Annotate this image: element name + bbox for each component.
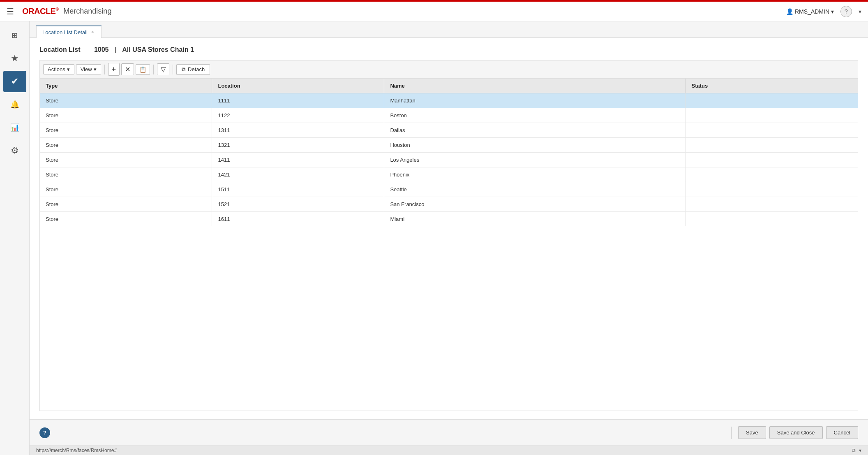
sidebar-item-tasks[interactable]: ✔: [3, 71, 26, 92]
cancel-button[interactable]: Cancel: [826, 426, 858, 439]
detach-button[interactable]: ⧉ Detach: [176, 64, 210, 75]
table-toolbar: Actions ▾ View ▾ + ✕ 📋: [39, 60, 858, 78]
save-label: Save: [746, 429, 758, 436]
copy-icon[interactable]: ⧉: [852, 448, 856, 453]
table-row[interactable]: Store1311Dallas: [40, 123, 858, 138]
delete-button[interactable]: ✕: [121, 63, 134, 75]
user-info[interactable]: 👤 RMS_ADMIN ▾: [786, 8, 834, 15]
tab-close-icon[interactable]: ×: [90, 29, 95, 35]
cell-status-3: [686, 138, 858, 153]
cell-type-7: Store: [40, 197, 212, 212]
cell-type-2: Store: [40, 123, 212, 138]
cell-location-2: 1311: [212, 123, 384, 138]
cell-status-8: [686, 212, 858, 227]
filter-button[interactable]: ▽: [157, 63, 169, 75]
table-header-row: Type Location Name Status: [40, 79, 858, 93]
delete-icon: ✕: [125, 65, 130, 73]
detach-icon: ⧉: [182, 66, 185, 73]
cell-name-6: Seattle: [384, 182, 686, 197]
expand-icon[interactable]: ▾: [859, 448, 861, 453]
add-icon: +: [112, 65, 116, 74]
table-row[interactable]: Store1111Manhattan: [40, 93, 858, 108]
sidebar-item-notifications[interactable]: 🔔: [3, 94, 26, 115]
save-close-label: Save and Close: [777, 429, 815, 436]
status-url: https://merch/Rms/faces/RmsHome#: [36, 448, 117, 453]
cell-status-7: [686, 197, 858, 212]
header-right: 👤 RMS_ADMIN ▾ ? ▾: [786, 6, 861, 17]
list-id: 1005: [94, 46, 109, 53]
col-header-type: Type: [40, 79, 212, 93]
sidebar-item-settings[interactable]: ⚙: [3, 140, 26, 161]
cell-location-8: 1611: [212, 212, 384, 227]
footer-bar: ? Save Save and Close Cancel: [30, 419, 868, 446]
cell-status-6: [686, 182, 858, 197]
cell-location-3: 1321: [212, 138, 384, 153]
cell-type-6: Store: [40, 182, 212, 197]
save-close-button[interactable]: Save and Close: [769, 426, 823, 439]
title-prefix: Location List: [39, 46, 81, 53]
cell-type-3: Store: [40, 138, 212, 153]
actions-chevron-icon: ▾: [67, 66, 70, 72]
toolbar-separator-2: [153, 65, 154, 74]
cell-name-4: Los Angeles: [384, 153, 686, 167]
table-row[interactable]: Store1511Seattle: [40, 182, 858, 197]
sidebar-item-grid[interactable]: ⊞: [3, 25, 26, 46]
list-name: All USA Stores Chain 1: [122, 46, 194, 53]
username: RMS_ADMIN: [795, 8, 829, 15]
cell-location-0: 1111: [212, 93, 384, 108]
cell-location-1: 1122: [212, 108, 384, 123]
toolbar-separator-1: [104, 65, 105, 74]
status-icons: ⧉ ▾: [852, 448, 861, 453]
view-button[interactable]: View ▾: [76, 64, 101, 74]
add-button[interactable]: +: [108, 63, 120, 76]
actions-button[interactable]: Actions ▾: [43, 64, 74, 74]
col-header-name: Name: [384, 79, 686, 93]
sidebar-item-reports[interactable]: 📊: [3, 117, 26, 138]
expand-icon[interactable]: ▾: [859, 8, 861, 15]
tab-bar: Location List Detail ×: [30, 21, 868, 38]
hamburger-icon[interactable]: ☰: [7, 7, 14, 16]
table-row[interactable]: Store1122Boston: [40, 108, 858, 123]
location-list-table: Type Location Name Status Store1111Manha…: [40, 79, 858, 226]
data-table-wrapper: Type Location Name Status Store1111Manha…: [39, 78, 858, 411]
main-layout: ⊞ ★ ✔ 🔔 📊 ⚙ Location List Detail × Locat…: [0, 21, 868, 455]
app-name: Merchandising: [63, 7, 111, 16]
cell-type-0: Store: [40, 93, 212, 108]
cell-name-3: Houston: [384, 138, 686, 153]
cell-status-0: [686, 93, 858, 108]
user-chevron-icon: ▾: [831, 8, 834, 15]
sidebar-item-favorites[interactable]: ★: [3, 48, 26, 69]
export-button[interactable]: 📋: [136, 64, 150, 75]
tab-location-list-detail[interactable]: Location List Detail ×: [36, 26, 102, 38]
table-row[interactable]: Store1421Phoenix: [40, 167, 858, 182]
table-row[interactable]: Store1521San Francisco: [40, 197, 858, 212]
table-body: Store1111ManhattanStore1122BostonStore13…: [40, 93, 858, 227]
tab-label: Location List Detail: [42, 29, 88, 35]
cell-type-8: Store: [40, 212, 212, 227]
table-row[interactable]: Store1411Los Angeles: [40, 153, 858, 167]
toolbar-separator-3: [173, 65, 173, 74]
content-area: Location List Detail × Location List 100…: [30, 21, 868, 455]
table-row[interactable]: Store1611Miami: [40, 212, 858, 227]
table-row[interactable]: Store1321Houston: [40, 138, 858, 153]
user-icon: 👤: [786, 8, 793, 15]
help-button[interactable]: ?: [840, 6, 852, 17]
cell-status-1: [686, 108, 858, 123]
col-header-location: Location: [212, 79, 384, 93]
logo-area: ORACLE® Merchandising: [22, 7, 111, 16]
cell-status-2: [686, 123, 858, 138]
footer-separator: [731, 427, 732, 439]
cell-location-5: 1421: [212, 167, 384, 182]
cell-location-6: 1511: [212, 182, 384, 197]
cell-name-0: Manhattan: [384, 93, 686, 108]
cell-type-4: Store: [40, 153, 212, 167]
cell-location-4: 1411: [212, 153, 384, 167]
col-header-status: Status: [686, 79, 858, 93]
title-id: [86, 46, 88, 53]
title-separator: |: [115, 46, 116, 53]
save-button[interactable]: Save: [738, 426, 766, 439]
actions-label: Actions: [48, 66, 65, 72]
cell-status-4: [686, 153, 858, 167]
footer-help-button[interactable]: ?: [39, 427, 50, 438]
help-icon: ?: [845, 8, 848, 15]
